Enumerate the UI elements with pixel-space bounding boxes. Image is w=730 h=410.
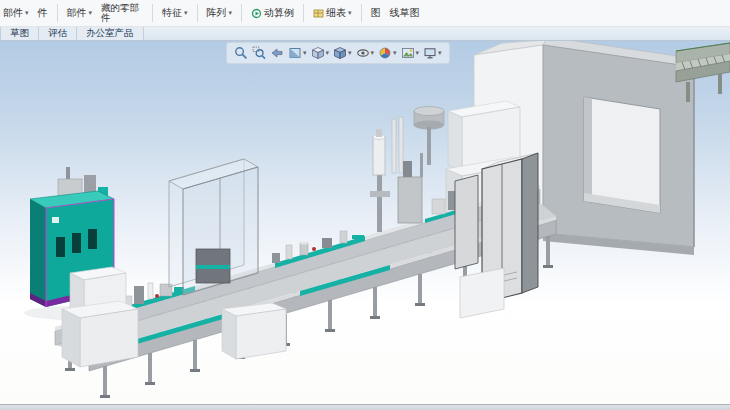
bom-table-icon <box>313 8 324 19</box>
toolbar-item-label: 阵列 <box>207 6 227 20</box>
toolbar-item-label: 图 <box>371 6 381 20</box>
toolbar-item-label: 部件 <box>3 6 23 20</box>
eye-icon <box>356 46 370 60</box>
toolbar-separator <box>241 4 242 22</box>
chevron-down-icon: ▾ <box>371 50 375 57</box>
display-style-icon <box>333 46 347 60</box>
display-style-button[interactable]: ▾ <box>333 46 352 60</box>
bowl-feeder-hopper[interactable] <box>414 107 444 166</box>
zoom-area-icon <box>252 46 266 60</box>
status-bar <box>0 404 730 410</box>
hide-show-items-button[interactable]: ▾ <box>356 46 375 60</box>
toolbar-separator <box>197 4 198 22</box>
chevron-down-icon: ▾ <box>348 50 352 57</box>
end-electrical-cabinets[interactable] <box>455 153 538 318</box>
tab-label: 评估 <box>48 27 67 40</box>
safety-enclosure-frame[interactable] <box>169 159 258 295</box>
heads-up-toolbar: ▾ ▾ ▾ <box>226 42 450 64</box>
toolbar-item-features[interactable]: 特征 ▾ <box>162 6 188 20</box>
chevron-down-icon: ▾ <box>416 50 420 57</box>
toolbar-separator <box>303 4 304 22</box>
toolbar-item-bom[interactable]: 细表 ▾ <box>313 6 352 20</box>
chevron-down-icon: ▾ <box>229 10 233 17</box>
chevron-down-icon: ▾ <box>89 10 93 17</box>
tab-label: 草图 <box>10 27 29 40</box>
toolbar-item-line-sketch[interactable]: 线草图 <box>390 6 420 20</box>
view-settings-icon <box>423 46 437 60</box>
toolbar-item-label: 线草图 <box>390 6 420 20</box>
toolbar-item-hidden-components[interactable]: 藏的零部件 <box>101 3 143 23</box>
toolbar-item-label: 件 <box>38 6 48 20</box>
commandmanager-tab-bar: 草图 评估 办公室产品 <box>0 27 730 41</box>
toolbar-item-label: 特征 <box>162 6 182 20</box>
scene-icon <box>401 46 415 60</box>
previous-view-icon <box>270 46 284 60</box>
chevron-down-icon: ▾ <box>184 10 188 17</box>
tab-office-products[interactable]: 办公室产品 <box>77 27 144 40</box>
solidworks-window: 部件 ▾ 件 部件 ▾ 藏的零部件 特征 ▾ 阵列 ▾ <box>0 0 730 410</box>
tab-label: 办公室产品 <box>86 27 134 40</box>
white-crates[interactable] <box>62 267 138 367</box>
toolbar-item-label: 部件 <box>67 6 87 20</box>
edit-appearance-button[interactable]: ▾ <box>378 46 397 60</box>
toolbar-item-assembly[interactable]: 部件 ▾ <box>3 6 29 20</box>
toolbar-item-label: 动算例 <box>264 6 294 20</box>
graphics-area[interactable]: ▾ ▾ ▾ <box>0 41 730 404</box>
toolbar-item-label: 细表 <box>326 6 346 20</box>
appearance-ball-icon <box>378 46 392 60</box>
chevron-down-icon: ▾ <box>303 50 307 57</box>
toolbar-separator <box>57 4 58 22</box>
toolbar-item-component[interactable]: 部件 ▾ <box>67 6 93 20</box>
chevron-down-icon: ▾ <box>438 50 442 57</box>
white-table-box[interactable] <box>222 303 286 359</box>
motion-study-icon <box>251 8 262 19</box>
toolbar-separator <box>361 4 362 22</box>
toolbar-item-motion-study[interactable]: 动算例 <box>251 6 294 20</box>
section-view-button[interactable]: ▾ <box>288 46 307 60</box>
toolbar-item-part[interactable]: 件 <box>38 6 48 20</box>
tab-evaluate[interactable]: 评估 <box>39 27 77 40</box>
toolbar-item-drawing[interactable]: 图 <box>371 6 381 20</box>
tab-sketch[interactable]: 草图 <box>0 27 39 40</box>
zoom-area-button[interactable] <box>252 46 266 60</box>
chevron-down-icon: ▾ <box>326 50 330 57</box>
zoom-fit-icon <box>234 46 248 60</box>
section-view-icon <box>288 46 302 60</box>
view-settings-button[interactable]: ▾ <box>423 46 442 60</box>
chevron-down-icon: ▾ <box>393 50 397 57</box>
previous-view-button[interactable] <box>270 46 284 60</box>
zoom-fit-button[interactable] <box>234 46 248 60</box>
toolbar-item-pattern[interactable]: 阵列 ▾ <box>207 6 233 20</box>
view-orientation-cube-icon <box>311 46 325 60</box>
view-orientation-button[interactable]: ▾ <box>311 46 330 60</box>
chevron-down-icon: ▾ <box>348 10 352 17</box>
toolbar-item-label: 藏的零部件 <box>101 3 143 23</box>
command-manager: 部件 ▾ 件 部件 ▾ 藏的零部件 特征 ▾ 阵列 ▾ <box>0 0 730 27</box>
apply-scene-button[interactable]: ▾ <box>401 46 420 60</box>
toolbar-separator <box>152 4 153 22</box>
assembly-3d-model <box>0 41 730 404</box>
chevron-down-icon: ▾ <box>25 10 29 17</box>
